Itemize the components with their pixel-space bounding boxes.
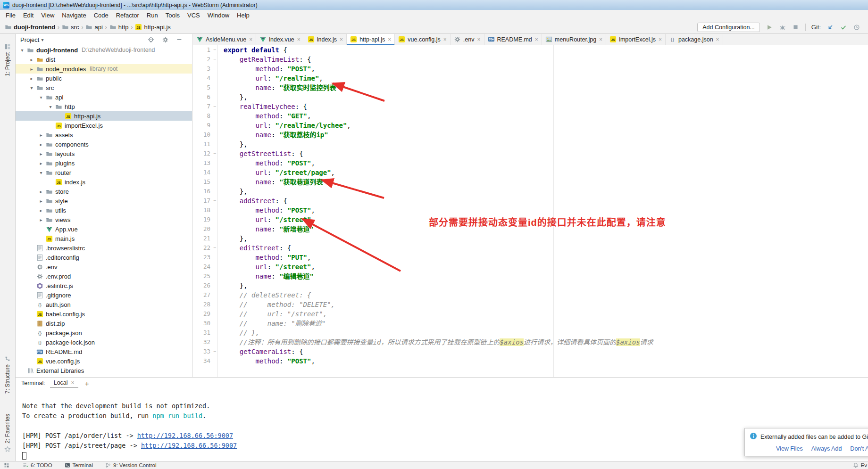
tree-item-plugins[interactable]: ▸plugins (16, 158, 192, 168)
breadcrumb-http-api-js[interactable]: JShttp-api.js (134, 24, 171, 31)
close-icon[interactable]: × (443, 36, 447, 43)
tree-item-browserslistrc[interactable]: .browserslistrc (16, 243, 192, 253)
select-opened-file-icon[interactable] (147, 35, 155, 44)
new-terminal-button[interactable]: + (83, 379, 91, 387)
tab-menurouter-jpg[interactable]: menuRouter.jpg× (542, 34, 606, 45)
tree-item-api[interactable]: ▾api (16, 92, 192, 102)
menu-tools[interactable]: Tools (162, 10, 184, 21)
tab-index-vue[interactable]: index.vue× (256, 34, 304, 45)
breadcrumb-duoji-frontend[interactable]: duoji-frontend (4, 24, 56, 31)
tree-item-layouts[interactable]: ▸layouts (16, 149, 192, 158)
tree-item-env[interactable]: .env (16, 262, 192, 272)
breadcrumb-api[interactable]: api (84, 24, 103, 31)
chevron-right-icon[interactable]: ▸ (28, 66, 35, 72)
menu-window[interactable]: Window (204, 10, 233, 21)
gear-icon[interactable] (161, 35, 169, 44)
tree-item-src[interactable]: ▾src (16, 83, 192, 92)
fold-marker[interactable]: − (213, 347, 216, 356)
menu-file[interactable]: File (2, 10, 19, 21)
chevron-down-icon[interactable]: ▾ (28, 85, 35, 91)
hide-panel-icon[interactable] (175, 35, 184, 44)
tab-vue-config-js[interactable]: JSvue.config.js× (395, 34, 451, 45)
chevron-down-icon[interactable]: ▾ (47, 104, 54, 109)
terminal-link[interactable]: http://192.168.66.56:9007 (137, 432, 233, 439)
tree-item-node-modules[interactable]: ▸node_moduleslibrary root (16, 64, 192, 74)
tab-http-api-js[interactable]: JShttp-api.js× (347, 34, 395, 45)
close-icon[interactable]: × (71, 379, 75, 386)
terminal-output[interactable]: Note that the development build is not o… (16, 389, 868, 461)
tree-item-utils[interactable]: ▸utils (16, 206, 192, 215)
chevron-right-icon[interactable]: ▸ (37, 189, 45, 194)
terminal-cursor[interactable] (22, 452, 26, 460)
chevron-down-icon[interactable]: ▾ (41, 37, 43, 42)
menu-help[interactable]: Help (233, 10, 253, 21)
breadcrumb-http[interactable]: http (108, 24, 130, 31)
fold-marker[interactable]: − (213, 149, 216, 158)
status-6-todo[interactable]: 6: TODO (23, 462, 52, 468)
chevron-right-icon[interactable]: ▸ (28, 76, 35, 81)
notification-link-view-files[interactable]: View Files (776, 445, 803, 452)
menu-run[interactable]: Run (143, 10, 162, 21)
close-icon[interactable]: × (659, 36, 662, 43)
tool-windows-icon[interactable] (4, 462, 9, 468)
fold-marker[interactable]: − (213, 102, 216, 111)
tree-item-vue-config-js[interactable]: JSvue.config.js (16, 356, 192, 366)
add-configuration-button[interactable]: Add Configuration... (697, 23, 760, 32)
terminal-tab-local[interactable]: Local × (50, 378, 78, 388)
tree-item-package-lock-json[interactable]: {}package-lock.json (16, 337, 192, 347)
tree-item-main-js[interactable]: JSmain.js (16, 234, 192, 243)
chevron-right-icon[interactable]: ▸ (37, 142, 45, 147)
structure-tool-button[interactable]: 7: Structure (0, 355, 15, 394)
tree-item-env-prod[interactable]: .env.prod (16, 272, 192, 281)
tree-item-http-api-js[interactable]: JShttp-api.js (16, 111, 192, 121)
project-view-selector[interactable]: Project (20, 36, 39, 43)
close-icon[interactable]: × (297, 36, 300, 43)
status-9-version-control[interactable]: 9: Version Control (105, 462, 156, 468)
tree-item-auth-json[interactable]: {}auth.json (16, 300, 192, 309)
tree-item-app-vue[interactable]: App.vue (16, 224, 192, 234)
menu-edit[interactable]: Edit (19, 10, 37, 21)
favorites-tool-button[interactable]: 2: Favorites (0, 414, 15, 453)
run-icon[interactable] (766, 24, 773, 31)
status-terminal[interactable]: Terminal (65, 462, 93, 468)
notification-link-always-add[interactable]: Always Add (811, 445, 842, 452)
tree-item-dist-zip[interactable]: dist.zip (16, 319, 192, 328)
close-icon[interactable]: × (388, 36, 391, 43)
tab-importexcel-js[interactable]: JSimportExcel.js× (606, 34, 666, 45)
chevron-right-icon[interactable]: ▸ (37, 132, 45, 138)
stop-icon[interactable] (792, 24, 800, 31)
tab-env[interactable]: .env× (451, 34, 484, 45)
git-commit-icon[interactable] (840, 24, 847, 31)
chevron-down-icon[interactable]: ▾ (37, 95, 45, 100)
tree-item-router[interactable]: ▾router (16, 168, 192, 177)
chevron-right-icon[interactable]: ▸ (37, 161, 45, 166)
project-tool-button[interactable]: 1: Project (0, 43, 15, 76)
git-update-icon[interactable] (826, 24, 834, 31)
close-icon[interactable]: × (716, 36, 719, 43)
tree-item-dist[interactable]: ▸dist (16, 55, 192, 64)
tree-item-duoji-frontend[interactable]: ▾duoji-frontendD:\zheheWeb\duoji-fronten… (16, 45, 192, 55)
event-log-widget[interactable]: Ev (853, 462, 868, 468)
chevron-down-icon[interactable]: ▾ (18, 48, 26, 53)
fold-marker[interactable]: − (213, 243, 216, 253)
tab-package-json[interactable]: {}package.json× (666, 34, 723, 45)
chevron-right-icon[interactable]: ▸ (37, 208, 45, 213)
chevron-right-icon[interactable]: ▸ (37, 217, 45, 222)
notification-link-don-t-ask-agai[interactable]: Don't Ask Agai (850, 445, 868, 452)
menu-refactor[interactable]: Refactor (112, 10, 143, 21)
tab-asidemenu-vue[interactable]: AsideMenu.vue× (193, 34, 256, 45)
menu-vcs[interactable]: VCS (184, 10, 204, 21)
tree-item-views[interactable]: ▸views (16, 215, 192, 224)
chevron-right-icon[interactable]: ▸ (37, 198, 45, 204)
menu-view[interactable]: View (37, 10, 58, 21)
breadcrumb-src[interactable]: src (61, 24, 80, 31)
tree-item-public[interactable]: ▸public (16, 74, 192, 83)
tree-item-external-libraries[interactable]: External Libraries (16, 366, 192, 375)
fold-marker[interactable]: − (213, 196, 216, 206)
close-icon[interactable]: × (599, 36, 602, 43)
chevron-right-icon[interactable]: ▸ (28, 57, 35, 62)
tree-item-babel-config-js[interactable]: JSbabel.config.js (16, 309, 192, 319)
chevron-down-icon[interactable]: ▾ (37, 170, 45, 175)
tree-item-package-json[interactable]: {}package.json (16, 328, 192, 337)
terminal-link[interactable]: http://192.168.66.56:9007 (141, 442, 237, 449)
